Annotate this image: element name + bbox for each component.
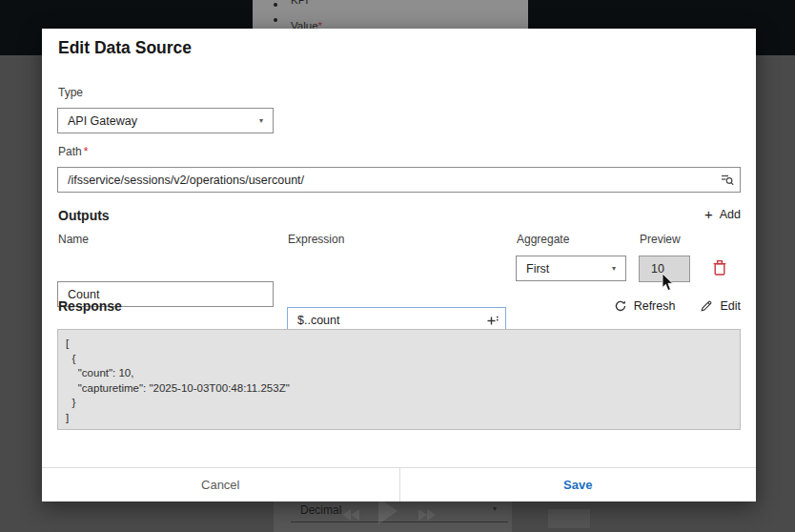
pencil-icon	[700, 299, 713, 313]
edit-response-button[interactable]: Edit	[700, 299, 741, 313]
required-asterisk: *	[84, 145, 89, 158]
field-underline	[291, 522, 508, 522]
mouse-cursor	[662, 273, 675, 292]
chevron-down-icon: ▾	[493, 504, 497, 513]
response-json: [ { "count": 10, "capturetime": "2025-10…	[66, 337, 732, 425]
response-body: [ { "count": 10, "capturetime": "2025-10…	[57, 329, 741, 430]
background-list-item: KPI	[291, 0, 309, 6]
path-label: Path*	[58, 145, 88, 158]
column-header-aggregate: Aggregate	[517, 233, 569, 246]
type-select-value: API Gateway	[68, 114, 259, 128]
add-button-label: Add	[720, 208, 741, 221]
fast-forward-icon	[418, 509, 427, 521]
type-label: Type	[58, 86, 83, 99]
response-heading: Response	[58, 298, 122, 314]
dialog-footer: Cancel Save	[42, 467, 756, 501]
refresh-icon	[614, 299, 627, 313]
bullet-icon	[274, 18, 277, 22]
aggregate-select-value: First	[526, 262, 612, 276]
column-header-expression: Expression	[288, 233, 344, 246]
background-page-bottom: Decimal ▾	[274, 501, 512, 532]
fast-forward-icon	[427, 509, 436, 521]
dialog-title: Edit Data Source	[58, 38, 192, 58]
plus-icon: +	[704, 208, 713, 221]
rewind-icon	[351, 509, 359, 521]
cancel-button[interactable]: Cancel	[42, 468, 399, 501]
column-header-name: Name	[58, 233, 89, 246]
chevron-down-icon: ▾	[259, 116, 263, 125]
edit-button-label: Edit	[720, 299, 741, 313]
type-select[interactable]: API Gateway ▾	[57, 108, 274, 133]
response-actions: Refresh Edit	[614, 299, 741, 313]
play-icon	[378, 501, 398, 524]
bullet-icon	[274, 3, 277, 7]
column-header-preview: Preview	[640, 233, 681, 246]
delete-output-button[interactable]	[712, 259, 729, 278]
aggregate-select[interactable]: First ▾	[516, 256, 626, 281]
save-button[interactable]: Save	[399, 468, 757, 501]
expression-builder-icon[interactable]	[485, 313, 500, 328]
edit-data-source-dialog: Edit Data Source Type API Gateway ▾ Path…	[42, 29, 756, 501]
refresh-button[interactable]: Refresh	[614, 299, 676, 313]
rewind-icon	[342, 509, 351, 521]
path-field-wrap	[57, 167, 741, 193]
refresh-button-label: Refresh	[634, 299, 676, 313]
background-ghost-box	[548, 509, 590, 528]
add-output-button[interactable]: + Add	[704, 208, 741, 221]
background-decimal-field: Decimal	[300, 503, 341, 517]
chevron-down-icon: ▾	[612, 264, 616, 273]
lookup-search-icon[interactable]	[720, 172, 735, 187]
outputs-heading: Outputs	[58, 208, 110, 223]
path-input[interactable]	[57, 167, 741, 193]
